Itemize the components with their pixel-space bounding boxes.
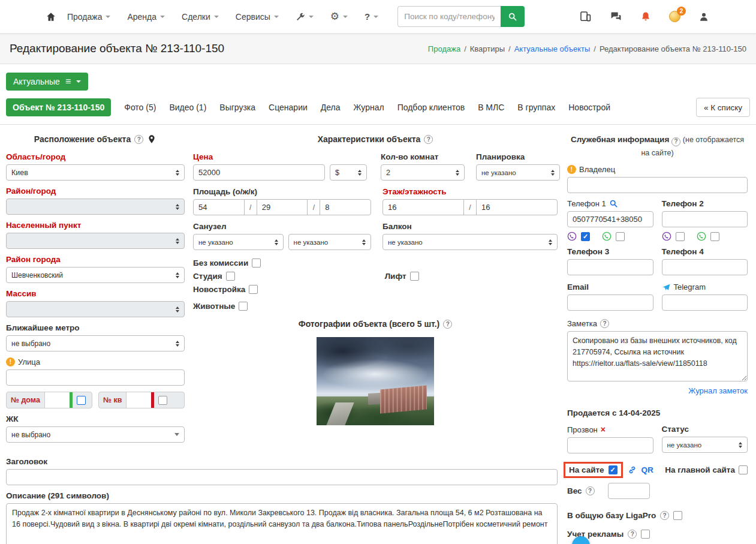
settlement-select[interactable]	[6, 233, 185, 249]
region-select[interactable]: Киев	[6, 164, 185, 181]
help-icon[interactable]	[134, 135, 143, 144]
phone-search-icon[interactable]	[609, 199, 618, 208]
link-icon[interactable]	[628, 465, 637, 474]
area-living-input[interactable]	[257, 199, 308, 215]
apartment-number-input[interactable]	[126, 392, 151, 408]
nav-item-rent[interactable]: Аренда	[127, 12, 165, 22]
balcony-select[interactable]: не указано	[382, 234, 558, 250]
nav-item-deals[interactable]: Сделки	[182, 12, 219, 22]
bathroom-select-2[interactable]: не указано	[288, 234, 371, 250]
nav-item-settings[interactable]: ⚙	[330, 11, 348, 22]
tab-photos[interactable]: Фото (5)	[124, 103, 156, 112]
help-icon[interactable]	[660, 511, 669, 520]
pets-checkbox[interactable]	[239, 302, 248, 311]
help-icon[interactable]	[424, 135, 433, 144]
help-icon[interactable]	[443, 320, 452, 329]
nav-item-help[interactable]: ?	[365, 11, 378, 22]
phone1-input[interactable]	[567, 211, 653, 227]
floors-total-input[interactable]	[476, 199, 558, 215]
tab-newbuild[interactable]: Новострой	[568, 103, 610, 112]
bathroom-select-1[interactable]: не указано	[193, 234, 284, 250]
currency-select[interactable]: $	[330, 164, 367, 181]
note-textarea[interactable]: Скопировано из базы внешних источников, …	[567, 331, 748, 381]
area-kitchen-input[interactable]	[320, 199, 371, 215]
street-label: Улица	[18, 357, 40, 366]
tab-journal[interactable]: Журнал	[354, 103, 384, 112]
city-district-select[interactable]: Шевченковский	[6, 267, 185, 283]
help-icon[interactable]	[600, 319, 609, 328]
status-select[interactable]: не указано	[662, 437, 748, 453]
settlement-label: Населенный пункт	[6, 221, 185, 230]
house-number-input[interactable]	[44, 392, 70, 408]
help-icon[interactable]	[671, 137, 680, 146]
tab-client-selection[interactable]: Подбор клиентов	[397, 103, 465, 112]
title-input[interactable]	[6, 469, 558, 485]
help-icon[interactable]	[586, 486, 595, 495]
weight-input[interactable]	[608, 483, 650, 499]
search-button[interactable]	[501, 6, 525, 27]
metro-select[interactable]: не выбрано	[6, 335, 185, 351]
floor-input[interactable]	[382, 199, 464, 215]
complex-select[interactable]: не выбрано	[6, 426, 185, 443]
no-commission-checkbox[interactable]	[252, 259, 261, 268]
user-icon[interactable]	[698, 11, 709, 22]
breadcrumb-actual-objects[interactable]: Актуальные объекты	[514, 44, 591, 53]
home-icon[interactable]	[46, 11, 56, 22]
telegram-input[interactable]	[662, 294, 748, 311]
new-building-checkbox[interactable]	[249, 285, 258, 294]
qr-link[interactable]: QR	[641, 465, 653, 474]
ads-checkbox[interactable]	[641, 530, 650, 539]
coin-icon[interactable]: 2	[669, 11, 680, 22]
nav-item-sales[interactable]: Продажа	[67, 12, 110, 22]
phone2-viber-checkbox[interactable]	[676, 232, 685, 241]
district-select[interactable]	[6, 199, 185, 215]
actual-dropdown-button[interactable]: Актуальные	[6, 73, 88, 91]
tab-mls[interactable]: В МЛС	[478, 103, 504, 112]
note-journal-link[interactable]: Журнал заметок	[567, 386, 748, 395]
back-to-list-button[interactable]: « К списку	[696, 98, 750, 117]
massif-select[interactable]	[6, 301, 185, 317]
elevator-checkbox[interactable]	[410, 272, 419, 281]
phone1-viber-checkbox[interactable]	[581, 232, 590, 241]
street-input[interactable]	[6, 369, 185, 386]
devices-icon[interactable]	[579, 11, 592, 22]
price-input[interactable]	[193, 164, 325, 181]
owner-input[interactable]	[567, 177, 748, 193]
phone4-input[interactable]	[662, 259, 748, 275]
bell-icon[interactable]	[640, 11, 651, 23]
tab-object[interactable]: Объект № 213-110-150	[6, 98, 111, 116]
phone2-whatsapp-checkbox[interactable]	[710, 232, 719, 241]
map-pin-icon[interactable]	[147, 134, 156, 144]
phone3-input[interactable]	[567, 259, 653, 275]
area-total-input[interactable]	[193, 199, 245, 215]
tab-groups[interactable]: В группах	[517, 103, 555, 112]
email-input[interactable]	[567, 294, 653, 311]
object-photo[interactable]	[317, 337, 434, 425]
ligapro-checkbox[interactable]	[673, 511, 682, 520]
breadcrumb-sales[interactable]: Продажа	[428, 44, 460, 53]
apartment-number-checkbox[interactable]	[158, 396, 167, 405]
phone2-input[interactable]	[662, 211, 748, 227]
tab-video[interactable]: Видео (1)	[169, 103, 206, 112]
help-icon[interactable]	[628, 530, 637, 539]
layout-select[interactable]: не указано	[476, 164, 560, 181]
rooms-select[interactable]: 2	[381, 164, 465, 181]
nav-item-tools[interactable]	[296, 12, 314, 22]
on-main-checkbox[interactable]	[739, 465, 748, 474]
phone1-whatsapp-checkbox[interactable]	[616, 232, 625, 241]
tab-tasks[interactable]: Дела	[321, 103, 341, 112]
whatsapp-icon	[697, 232, 706, 241]
on-site-checkbox[interactable]	[609, 465, 618, 474]
massif-label: Массив	[6, 289, 185, 298]
nav-item-services[interactable]: Сервисы	[236, 12, 279, 22]
tab-upload[interactable]: Выгрузка	[219, 103, 255, 112]
house-number-checkbox[interactable]	[77, 396, 86, 405]
clear-call-icon[interactable]	[601, 425, 606, 434]
studio-checkbox[interactable]	[226, 272, 235, 281]
elevator-label: Лифт	[385, 272, 406, 281]
search-input[interactable]	[397, 6, 501, 27]
tab-scenarios[interactable]: Сценарии	[269, 103, 308, 112]
call-input[interactable]	[567, 437, 653, 453]
description-textarea[interactable]: Продаж 2-х кімнатної квартири в Деснянсь…	[6, 503, 558, 544]
chat-icon[interactable]	[610, 11, 622, 22]
